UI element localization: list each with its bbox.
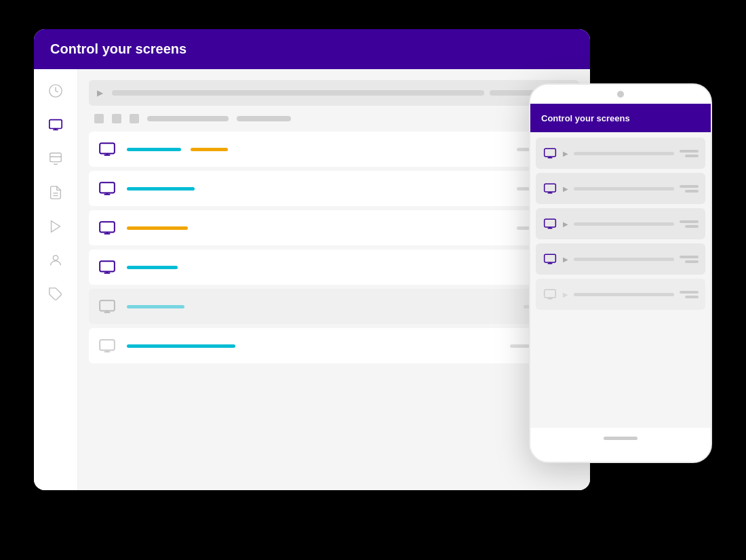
svg-rect-14 xyxy=(545,184,556,192)
nav-arrow: ▶ xyxy=(97,88,106,98)
monitor-icon xyxy=(97,257,117,277)
chevron-right-icon: ▶ xyxy=(563,150,568,157)
mobile-mockup: Control your screens ▶ xyxy=(529,83,712,463)
monitor-icon xyxy=(97,218,117,238)
media-icon[interactable] xyxy=(46,149,65,168)
svg-rect-13 xyxy=(545,148,556,157)
ctrl-line xyxy=(680,150,699,153)
mobile-monitor-icon xyxy=(543,181,557,196)
scene: Control your screens xyxy=(34,29,712,531)
main-content: ▶ xyxy=(78,69,590,490)
svg-rect-10 xyxy=(100,261,115,271)
col-header-status xyxy=(237,116,291,121)
status-line-cyan xyxy=(127,305,184,308)
mobile-row-controls xyxy=(680,291,699,298)
col-header-name xyxy=(147,116,229,121)
ctrl-line-short xyxy=(685,225,699,228)
files-icon[interactable] xyxy=(46,183,65,202)
status-line-orange xyxy=(191,148,228,151)
mobile-list-item[interactable]: ▶ xyxy=(536,208,705,239)
home-bar xyxy=(604,437,637,440)
table-row[interactable] xyxy=(89,210,579,245)
mobile-body: ▶ ▶ xyxy=(530,132,711,428)
mobile-list-item[interactable]: ▶ xyxy=(536,243,705,275)
svg-rect-17 xyxy=(545,289,556,298)
mobile-row-line xyxy=(574,187,674,191)
ctrl-line xyxy=(680,220,699,223)
ctrl-line xyxy=(680,291,699,294)
monitor-icon xyxy=(97,178,117,199)
mobile-row-line xyxy=(574,152,674,155)
top-bar: ▶ xyxy=(89,80,579,106)
svg-rect-16 xyxy=(545,254,556,262)
mobile-row-line xyxy=(574,293,674,296)
desktop-title: Control your screens xyxy=(50,41,186,56)
mobile-row-controls xyxy=(680,256,699,263)
col-dot-1 xyxy=(94,114,104,123)
status-line-orange xyxy=(127,226,188,230)
mobile-monitor-icon xyxy=(543,146,557,161)
svg-rect-11 xyxy=(100,300,115,311)
svg-rect-9 xyxy=(100,222,115,232)
table-row[interactable] xyxy=(89,289,579,324)
mobile-list-item[interactable]: ▶ xyxy=(536,173,705,204)
chevron-right-icon: ▶ xyxy=(563,291,568,298)
mobile-header: Control your screens xyxy=(530,104,711,132)
svg-rect-15 xyxy=(545,219,556,227)
chevron-right-icon: ▶ xyxy=(563,256,568,263)
col-dot-2 xyxy=(112,114,121,123)
sidebar xyxy=(34,69,78,490)
monitor-icon xyxy=(97,139,117,159)
tags-icon[interactable] xyxy=(46,285,65,304)
mobile-row-controls xyxy=(680,220,699,228)
dashboard-icon[interactable] xyxy=(46,81,65,100)
chevron-right-icon: ▶ xyxy=(563,220,568,228)
ctrl-line-short xyxy=(685,155,699,157)
table-row[interactable] xyxy=(89,171,579,206)
users-icon[interactable] xyxy=(46,251,65,270)
mobile-row-controls xyxy=(680,150,699,157)
svg-point-5 xyxy=(53,256,58,260)
col-dot-3 xyxy=(130,114,139,123)
mobile-list-item[interactable]: ▶ xyxy=(536,138,705,169)
mobile-title: Control your screens xyxy=(541,113,630,123)
chevron-right-icon: ▶ xyxy=(563,185,568,193)
ctrl-line-short xyxy=(685,260,699,263)
table-row[interactable] xyxy=(89,249,579,285)
desktop-header: Control your screens xyxy=(34,29,590,69)
monitor-icon xyxy=(97,296,117,317)
ctrl-line xyxy=(680,256,699,258)
table-row[interactable] xyxy=(89,328,579,363)
status-line-cyan xyxy=(127,344,235,348)
mobile-bottom-bar xyxy=(530,428,711,448)
status-line-cyan xyxy=(127,266,178,269)
svg-rect-0 xyxy=(50,120,62,129)
monitor-icon xyxy=(97,336,117,356)
table-row[interactable] xyxy=(89,132,579,167)
camera-dot xyxy=(617,91,624,98)
mobile-monitor-icon xyxy=(543,287,557,302)
svg-rect-1 xyxy=(50,153,62,162)
mobile-monitor-icon xyxy=(543,216,557,231)
desktop-body: ▶ xyxy=(34,69,590,490)
mobile-row-line xyxy=(574,258,674,261)
status-line-cyan xyxy=(127,148,181,151)
mobile-list-item[interactable]: ▶ xyxy=(536,279,705,310)
svg-rect-7 xyxy=(100,143,115,153)
mobile-monitor-icon xyxy=(543,252,557,266)
mobile-top-bar xyxy=(530,85,711,104)
svg-rect-8 xyxy=(100,182,115,193)
screens-icon[interactable] xyxy=(46,115,65,134)
svg-rect-12 xyxy=(100,340,115,350)
svg-marker-4 xyxy=(52,221,60,233)
mobile-row-controls xyxy=(680,185,699,193)
desktop-mockup: Control your screens xyxy=(34,29,590,490)
ctrl-line-short xyxy=(685,190,699,193)
playlists-icon[interactable] xyxy=(46,217,65,236)
breadcrumb-line xyxy=(112,90,484,96)
mobile-row-line xyxy=(574,222,674,226)
ctrl-line-short xyxy=(685,296,699,298)
column-headers xyxy=(89,114,579,129)
status-line-cyan xyxy=(127,187,195,191)
ctrl-line xyxy=(680,185,699,188)
